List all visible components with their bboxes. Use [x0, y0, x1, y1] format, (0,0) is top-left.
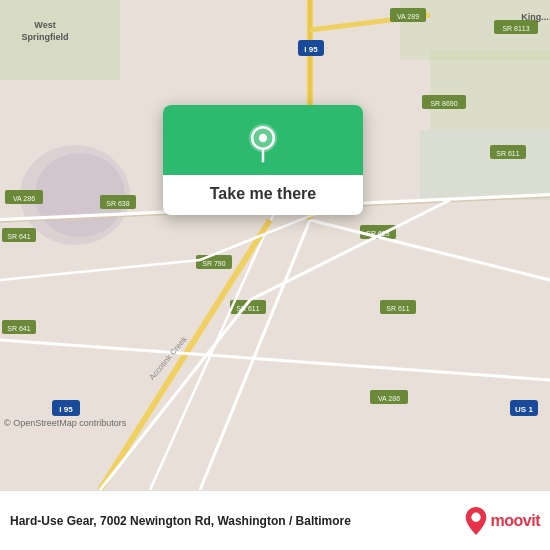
svg-text:Springfield: Springfield: [22, 32, 69, 42]
location-info: Hard-Use Gear, 7002 Newington Rd, Washin…: [10, 514, 455, 528]
svg-text:SR 641: SR 641: [7, 325, 30, 332]
svg-text:SR 790: SR 790: [202, 260, 225, 267]
location-name: Hard-Use Gear, 7002 Newington Rd, Washin…: [10, 514, 455, 528]
svg-point-62: [471, 512, 480, 521]
map-container: I 95 VA 289 SR 8113 SR 8690 SR 8690 SR 6…: [0, 0, 550, 490]
svg-text:West: West: [34, 20, 55, 30]
moovit-logo: moovit: [465, 507, 540, 535]
svg-text:VA 289: VA 289: [397, 13, 419, 20]
svg-text:I 95: I 95: [304, 45, 318, 54]
svg-text:SR 611: SR 611: [496, 150, 519, 157]
svg-text:SR 8690: SR 8690: [430, 100, 457, 107]
svg-point-61: [259, 134, 267, 142]
svg-text:SR 638: SR 638: [106, 200, 129, 207]
popup-card: Take me there: [163, 105, 363, 215]
svg-text:SR 641: SR 641: [7, 233, 30, 240]
moovit-text: moovit: [491, 512, 540, 530]
svg-text:SR 611: SR 611: [386, 305, 409, 312]
bottom-bar: Hard-Use Gear, 7002 Newington Rd, Washin…: [0, 490, 550, 550]
attribution: © OpenStreetMap contributors: [4, 418, 126, 428]
svg-rect-6: [420, 130, 550, 200]
svg-text:SR 8113: SR 8113: [502, 25, 529, 32]
location-pin-icon: [243, 123, 283, 163]
svg-text:US 1: US 1: [515, 405, 533, 414]
svg-text:VA 286: VA 286: [13, 195, 35, 202]
take-me-there-button[interactable]: Take me there: [163, 175, 363, 215]
svg-text:King...: King...: [521, 12, 549, 22]
svg-text:I 95: I 95: [59, 405, 73, 414]
svg-text:VA 286: VA 286: [378, 395, 400, 402]
moovit-pin-icon: [465, 507, 487, 535]
svg-rect-5: [430, 50, 550, 130]
popup-green-area: [163, 105, 363, 175]
